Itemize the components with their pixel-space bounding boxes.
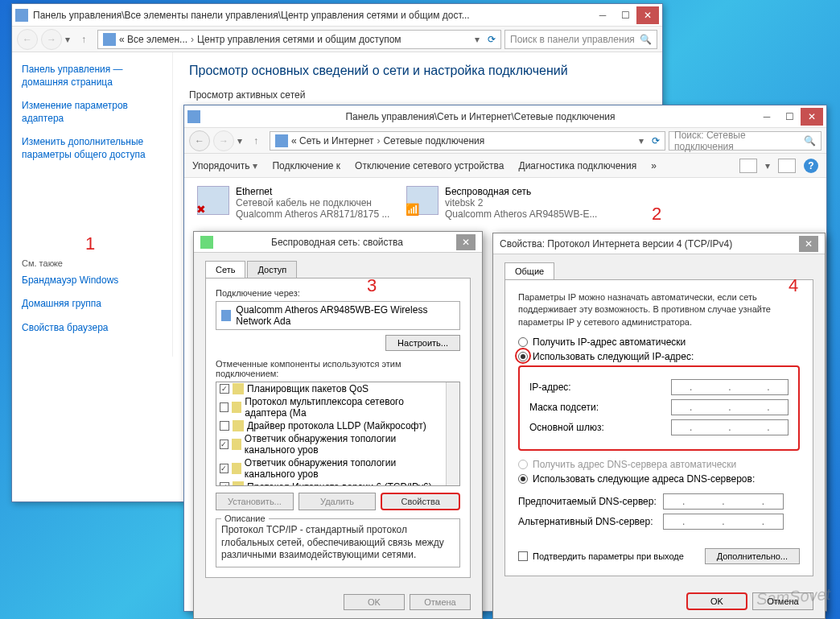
tab-content: Подключение через: Qualcomm Atheros AR94… [205, 279, 471, 578]
annotation-4: 4 [789, 275, 798, 296]
addr-dropdown[interactable]: ▾ [475, 34, 480, 45]
disable-device-button[interactable]: Отключение сетевого устройства [355, 160, 504, 171]
location-icon [103, 33, 116, 46]
view-icon-1[interactable] [739, 159, 757, 173]
radio-manual-dns[interactable]: Использовать следующие адреса DNS-сервер… [518, 473, 800, 485]
search-placeholder: Поиск: Сетевые подключения [674, 130, 804, 152]
breadcrumb-2[interactable]: Сетевые подключения [383, 135, 484, 146]
tab-network[interactable]: Сеть [205, 261, 245, 278]
minimize-button[interactable]: ─ [591, 6, 614, 24]
view-icon-2[interactable] [778, 159, 796, 173]
connection-adapter: Qualcomm Atheros AR8171/8175 ... [236, 208, 390, 220]
up-button[interactable]: ↑ [245, 130, 266, 151]
ip-address-field[interactable]: ... [671, 379, 789, 395]
subnet-mask-field[interactable]: ... [671, 399, 789, 415]
explorer-toolbar: ← → ▾ ↑ « Сеть и Интернет › Сетевые подк… [184, 128, 826, 154]
components-list[interactable]: ✓Планировщик пакетов QoS Протокол мульти… [216, 382, 460, 486]
minimize-button[interactable]: ─ [756, 108, 778, 126]
component-label: Планировщик пакетов QoS [247, 383, 369, 394]
section-header: Просмотр активных сетей [189, 89, 646, 101]
connect-to-button[interactable]: Подключение к [272, 160, 340, 171]
connect-using-label: Подключение через: [216, 288, 460, 298]
breadcrumb-prefix[interactable]: « Все элемен... [119, 34, 187, 45]
component-label: Ответчик обнаружения топологии канальног… [245, 433, 443, 456]
adapter-icon [221, 310, 231, 321]
breadcrumb-1[interactable]: « Сеть и Интернет [291, 135, 373, 146]
help-icon[interactable]: ? [804, 159, 818, 173]
sidebar-link-browser-props[interactable]: Свойства браузера [22, 322, 163, 335]
more-commands[interactable]: » [651, 160, 657, 171]
component-topo2[interactable]: ✓Ответчик обнаружения топологии канально… [216, 456, 446, 481]
maximize-button[interactable]: ☐ [614, 6, 636, 24]
configure-button[interactable]: Настроить... [385, 335, 460, 351]
radio-manual-ip[interactable]: Использовать следующий IP-адрес: [518, 351, 800, 362]
sidebar-link-firewall[interactable]: Брандмауэр Windows [22, 274, 163, 287]
search-icon[interactable]: 🔍 [640, 34, 652, 45]
close-button[interactable]: ✕ [456, 234, 476, 250]
search-box[interactable]: Поиск в панели управления 🔍 [504, 30, 657, 49]
search-box[interactable]: Поиск: Сетевые подключения 🔍 [669, 131, 821, 151]
close-button[interactable]: ✕ [636, 6, 659, 24]
forward-button[interactable]: → [213, 130, 234, 151]
checkbox[interactable]: ✓ [220, 439, 229, 449]
sidebar-link-adapter-settings[interactable]: Изменение параметров адаптера [22, 100, 163, 125]
component-ipv6[interactable]: ✓Протокол Интернета версии 6 (TCP/IPv6) [216, 481, 446, 486]
advanced-button[interactable]: Дополнительно... [705, 548, 800, 564]
sidebar-link-advanced-sharing[interactable]: Изменить дополнительные параметры общего… [22, 136, 163, 161]
addr-dropdown[interactable]: ▾ [639, 135, 644, 146]
connection-ethernet[interactable]: Ethernet Сетевой кабель не подключен Qua… [189, 181, 398, 225]
alternate-dns-field[interactable]: ... [663, 514, 784, 530]
component-topo1[interactable]: ✓Ответчик обнаружения топологии канально… [216, 432, 446, 456]
forward-button[interactable]: → [41, 29, 62, 50]
checkbox[interactable]: ✓ [220, 384, 229, 394]
tab-sharing[interactable]: Доступ [247, 261, 297, 278]
back-button[interactable]: ← [189, 130, 210, 151]
preferred-dns-field[interactable]: ... [663, 493, 784, 510]
sidebar-link-homegroup[interactable]: Домашняя группа [22, 298, 163, 311]
checkbox[interactable]: ✓ [220, 464, 229, 473]
titlebar: Панель управления\Все элементы панели уп… [12, 4, 662, 27]
component-mux[interactable]: Протокол мультиплексора сетевого адаптер… [216, 395, 446, 419]
history-dropdown[interactable]: ▾ [237, 135, 242, 146]
install-button[interactable]: Установить... [216, 493, 294, 510]
component-icon [232, 402, 241, 413]
gateway-field[interactable]: ... [671, 419, 789, 435]
maximize-button[interactable]: ☐ [778, 108, 801, 126]
properties-button[interactable]: Свойства [381, 493, 460, 510]
refresh-icon[interactable]: ⟳ [488, 34, 496, 45]
dialog-body: Сеть Доступ Подключение через: Qualcomm … [194, 253, 482, 586]
ok-button[interactable]: OK [686, 592, 747, 610]
breadcrumb-current[interactable]: Центр управления сетями и общим доступом [197, 34, 401, 45]
mask-label: Маска подсети: [529, 402, 671, 413]
radio-label: Использовать следующий IP-адрес: [533, 351, 694, 362]
organize-menu[interactable]: Упорядочить ▾ [192, 160, 257, 171]
radio-auto-ip[interactable]: Получить IP-адрес автоматически [518, 336, 800, 348]
up-button[interactable]: ↑ [73, 29, 94, 50]
address-bar[interactable]: « Сеть и Интернет › Сетевые подключения … [270, 131, 665, 151]
component-lldp[interactable]: Драйвер протокола LLDP (Майкрософт) [216, 419, 446, 432]
checkbox[interactable] [220, 421, 229, 431]
tab-general[interactable]: Общие [504, 262, 554, 279]
cancel-button[interactable]: Отмена [752, 592, 813, 610]
vertical-scrollbar[interactable] [446, 382, 459, 485]
close-button[interactable]: ✕ [801, 108, 823, 126]
address-bar[interactable]: « Все элемен... › Центр управления сетям… [97, 30, 501, 49]
back-button[interactable]: ← [17, 29, 38, 50]
checkbox[interactable] [220, 402, 229, 412]
history-dropdown[interactable]: ▾ [65, 34, 70, 45]
uninstall-button[interactable]: Удалить [299, 493, 377, 510]
sidebar-link-home[interactable]: Панель управления — домашняя страница [22, 64, 163, 89]
checkbox[interactable]: ✓ [220, 482, 229, 486]
diagnose-button[interactable]: Диагностика подключения [519, 160, 637, 171]
close-button[interactable]: ✕ [799, 236, 818, 252]
refresh-icon[interactable]: ⟳ [652, 135, 660, 146]
validate-checkbox[interactable] [518, 551, 528, 561]
component-qos[interactable]: ✓Планировщик пакетов QoS [216, 382, 446, 395]
ok-button[interactable]: OK [344, 594, 405, 610]
cancel-button[interactable]: Отмена [410, 594, 471, 610]
view-dropdown[interactable]: ▾ [765, 160, 770, 171]
component-icon [233, 481, 244, 486]
search-icon[interactable]: 🔍 [804, 135, 816, 146]
connection-wireless[interactable]: Беспроводная сеть vitebsk 2 Qualcomm Ath… [398, 181, 607, 225]
radio-auto-dns: Получить адрес DNS-сервера автоматически [518, 459, 800, 470]
